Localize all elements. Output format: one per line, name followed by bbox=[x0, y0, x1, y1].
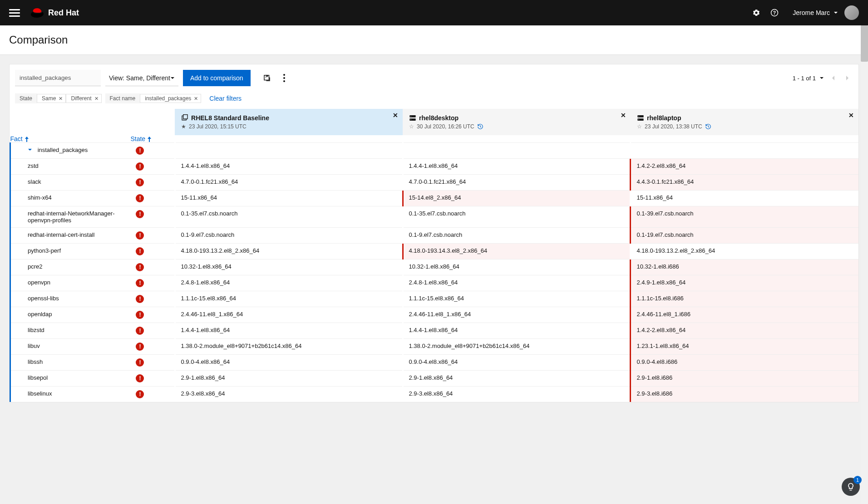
system-name: rhel8desktop bbox=[419, 114, 459, 122]
next-page-button[interactable] bbox=[842, 73, 853, 83]
system-header: ✕ rhel8laptop☆ 23 Jul 2020, 13:38 UTC bbox=[631, 109, 858, 135]
fact-name: openldap bbox=[10, 307, 131, 323]
system-header: ✕ RHEL8 Standard Baseline★ 23 Jul 2020, … bbox=[175, 109, 403, 135]
error-icon: ! bbox=[136, 210, 144, 218]
state-column-header[interactable]: State bbox=[130, 135, 175, 143]
value-cell: 2.4.46-11.el8_1.x86_64 bbox=[403, 307, 631, 323]
chip-state-different[interactable]: Different✕ bbox=[66, 94, 101, 103]
value-cell: 2.9-3.el8.i686 bbox=[631, 387, 858, 402]
close-icon: ✕ bbox=[59, 96, 63, 102]
fact-name: installed_packages bbox=[38, 147, 88, 153]
value-cell: 1.4.4-1.el8.x86_64 bbox=[175, 159, 403, 175]
value-cell: 0.1-35.el7.csb.noarch bbox=[175, 206, 403, 228]
fact-column-header[interactable]: Fact bbox=[10, 135, 131, 143]
state-cell: ! bbox=[130, 175, 175, 191]
settings-icon[interactable] bbox=[751, 7, 762, 18]
state-cell: ! bbox=[130, 339, 175, 355]
brand-logo[interactable]: Red Hat bbox=[31, 8, 79, 18]
error-icon: ! bbox=[136, 279, 144, 287]
system-date: 23 Jul 2020, 15:15 UTC bbox=[189, 123, 247, 130]
system-date: 23 Jul 2020, 13:38 UTC bbox=[645, 123, 702, 130]
error-icon: ! bbox=[136, 311, 144, 319]
value-cell: 4.7.0-0.1.fc21.x86_64 bbox=[403, 175, 631, 191]
help-icon[interactable]: ? bbox=[769, 7, 780, 18]
fact-name: libsepol bbox=[10, 371, 131, 387]
history-icon[interactable] bbox=[705, 123, 711, 130]
svg-rect-8 bbox=[409, 115, 415, 117]
value-cell: 2.9-1.el8.x86_64 bbox=[175, 371, 403, 387]
fact-name: openssl-libs bbox=[10, 291, 131, 307]
value-cell: 4.18.0-193.13.2.el8_2.x86_64 bbox=[631, 244, 858, 259]
state-cell: ! bbox=[130, 228, 175, 244]
state-cell: ! bbox=[130, 259, 175, 275]
export-icon[interactable] bbox=[262, 73, 271, 83]
svg-point-15 bbox=[638, 119, 639, 120]
fact-name: redhat-internal-cert-install bbox=[10, 228, 131, 244]
value-cell: 0.9.0-4.el8.x86_64 bbox=[175, 355, 403, 371]
history-icon[interactable] bbox=[477, 123, 483, 130]
value-cell: 4.18.0-193.13.2.el8_2.x86_64 bbox=[175, 244, 403, 259]
state-cell: ! bbox=[130, 206, 175, 228]
scrollbar[interactable] bbox=[861, 25, 868, 411]
chip-fact-installed-packages[interactable]: installed_packages✕ bbox=[140, 94, 201, 103]
star-icon[interactable]: ☆ bbox=[637, 123, 642, 130]
avatar[interactable] bbox=[844, 5, 859, 20]
chevron-down-icon[interactable] bbox=[819, 76, 824, 80]
fact-name: slack bbox=[10, 175, 131, 191]
pagination: 1 - 1 of 1 bbox=[793, 73, 853, 83]
value-cell: 0.1-19.el7.csb.noarch bbox=[631, 228, 858, 244]
star-icon[interactable]: ☆ bbox=[409, 123, 414, 130]
menu-toggle[interactable] bbox=[9, 9, 20, 17]
fact-name: openvpn bbox=[10, 275, 131, 291]
state-cell: ! bbox=[130, 143, 175, 159]
remove-system-button[interactable]: ✕ bbox=[393, 112, 398, 119]
remove-system-button[interactable]: ✕ bbox=[848, 112, 854, 119]
redhat-icon bbox=[31, 8, 44, 18]
svg-rect-9 bbox=[409, 118, 415, 121]
state-cell: ! bbox=[130, 159, 175, 175]
error-icon: ! bbox=[136, 374, 144, 382]
state-cell: ! bbox=[130, 371, 175, 387]
error-icon: ! bbox=[136, 147, 144, 155]
kebab-icon[interactable] bbox=[280, 73, 289, 83]
toolbar: View: Same, Different Add to comparison … bbox=[10, 64, 858, 86]
baseline-icon bbox=[181, 114, 188, 122]
prev-page-button[interactable] bbox=[828, 73, 838, 83]
error-icon: ! bbox=[136, 358, 144, 367]
close-icon: ✕ bbox=[194, 96, 198, 102]
fact-filter-input[interactable] bbox=[15, 70, 101, 86]
fact-name: libuv bbox=[10, 339, 131, 355]
error-icon: ! bbox=[136, 390, 144, 398]
remove-system-button[interactable]: ✕ bbox=[621, 112, 626, 119]
value-cell: 1.38.0-2.module_el8+9071+b2b61c14.x86_64 bbox=[175, 339, 403, 355]
state-cell: ! bbox=[130, 191, 175, 206]
value-cell: 2.9-3.el8.x86_64 bbox=[175, 387, 403, 402]
value-cell: 1.4.4-1.el8.x86_64 bbox=[403, 159, 631, 175]
clear-filters-link[interactable]: Clear filters bbox=[209, 95, 242, 102]
server-icon bbox=[637, 114, 644, 122]
state-cell: ! bbox=[130, 307, 175, 323]
user-menu[interactable]: Jerome Marc bbox=[793, 9, 838, 16]
state-cell: ! bbox=[130, 244, 175, 259]
value-cell: 2.4.46-11.el8_1.i686 bbox=[631, 307, 858, 323]
value-cell: 2.9-1.el8.i686 bbox=[631, 371, 858, 387]
star-icon[interactable]: ★ bbox=[181, 123, 186, 130]
view-select-label: View: Same, Different bbox=[109, 74, 170, 82]
fact-row-toggle[interactable]: installed_packages bbox=[10, 143, 131, 159]
fact-name: redhat-internal-NetworkManager-openvpn-p… bbox=[10, 206, 131, 228]
user-name: Jerome Marc bbox=[793, 9, 830, 16]
value-cell: 0.9.0-4.el8.i686 bbox=[631, 355, 858, 371]
add-to-comparison-button[interactable]: Add to comparison bbox=[183, 70, 251, 86]
comparison-table: ✕ RHEL8 Standard Baseline★ 23 Jul 2020, … bbox=[10, 109, 858, 402]
value-cell: 15-11.x86_64 bbox=[631, 191, 858, 206]
system-header: ✕ rhel8desktop☆ 30 Jul 2020, 16:26 UTC bbox=[403, 109, 631, 135]
value-cell: 0.1-9.el7.csb.noarch bbox=[175, 228, 403, 244]
pagination-text: 1 - 1 of 1 bbox=[793, 75, 816, 82]
view-select[interactable]: View: Same, Different bbox=[105, 70, 178, 86]
svg-point-14 bbox=[638, 116, 639, 117]
value-cell: 1.4.4-1.el8.x86_64 bbox=[175, 323, 403, 339]
value-cell: 2.4.9-1.el8.x86_64 bbox=[631, 275, 858, 291]
chip-state-same[interactable]: Same✕ bbox=[37, 94, 66, 103]
system-date: 30 Jul 2020, 16:26 UTC bbox=[417, 123, 474, 130]
value-cell: 1.4.2-2.el8.x86_64 bbox=[631, 159, 858, 175]
